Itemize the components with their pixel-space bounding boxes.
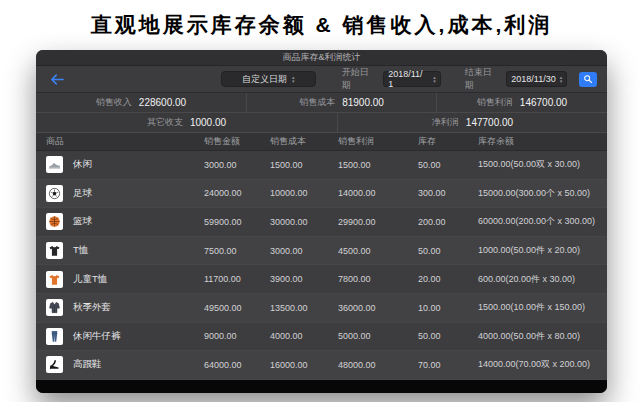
sales-cost-label: 销售成本	[299, 96, 335, 109]
window-titlebar[interactable]: 商品库存&利润统计	[36, 50, 607, 66]
sales-cost-value: 81900.00	[342, 97, 384, 108]
product-cell: 休闲牛仔裤	[36, 328, 204, 345]
product-name: 足球	[73, 187, 92, 200]
window-title: 商品库存&利润统计	[282, 51, 360, 64]
stock-balance-cell: 1000.00(50.00件 x 20.00)	[478, 244, 607, 257]
other-income-summary: 其它收支 1000.00	[36, 113, 338, 132]
product-cell: 休闲	[36, 156, 204, 173]
sales-profit-cell: 1500.00	[338, 160, 418, 170]
stock-cell: 50.00	[418, 246, 478, 256]
net-profit-value: 147700.00	[466, 117, 513, 128]
sales-cost-cell: 30000.00	[270, 217, 338, 227]
product-cell: 秋季外套	[36, 299, 204, 316]
stock-cell: 50.00	[418, 331, 478, 341]
product-name: 秋季外套	[73, 301, 111, 314]
stock-cell: 20.00	[418, 274, 478, 284]
sales-profit-cell: 36000.00	[338, 303, 418, 313]
sales-cost-cell: 16000.00	[270, 360, 338, 370]
product-name: 休闲	[73, 158, 92, 171]
end-date-label: 结束日期	[465, 66, 500, 92]
page-title: 直观地展示库存余额 & 销售收入,成本,利润	[0, 0, 643, 39]
date-preset-dropdown[interactable]: 自定义日期 ▴▾	[221, 71, 316, 87]
table-body: 休闲3000.001500.001500.0050.001500.00(50.0…	[36, 151, 607, 380]
stock-cell: 200.00	[418, 217, 478, 227]
product-name: 儿童T恤	[73, 273, 107, 286]
sales-amount-cell: 9000.00	[204, 331, 270, 341]
sales-income-value: 228600.00	[139, 97, 186, 108]
sales-amount-cell: 3000.00	[204, 160, 270, 170]
summary-row-1: 销售收入 228600.00 销售成本 81900.00 销售利润 146700…	[36, 93, 607, 113]
sneaker-icon	[46, 156, 63, 173]
sales-cost-cell: 3000.00	[270, 246, 338, 256]
stock-cell: 10.00	[418, 303, 478, 313]
end-date-value: 2018/11/30	[511, 74, 555, 84]
basketball-icon	[46, 213, 63, 230]
soccer-ball-icon	[46, 185, 63, 202]
sales-cost-cell: 3900.00	[270, 274, 338, 284]
app-window: 商品库存&利润统计 自定义日期 ▴▾ 开始日期 2018/11/ 1 ▴▾ 结束…	[36, 50, 607, 393]
back-button[interactable]	[50, 73, 65, 86]
high-heel-icon	[46, 356, 63, 373]
sales-cost-cell: 1500.00	[270, 160, 338, 170]
summary-panel: 销售收入 228600.00 销售成本 81900.00 销售利润 146700…	[36, 93, 607, 133]
other-income-value: 1000.00	[190, 117, 226, 128]
toolbar: 自定义日期 ▴▾ 开始日期 2018/11/ 1 ▴▾ 结束日期 2018/11…	[36, 66, 607, 93]
product-cell: 高跟鞋	[36, 356, 204, 373]
product-cell: T恤	[36, 242, 204, 259]
stock-balance-cell: 60000.00(200.00个 x 300.00)	[478, 215, 607, 228]
table-row[interactable]: 休闲牛仔裤9000.004000.005000.0050.004000.00(5…	[36, 323, 607, 352]
table-row[interactable]: 儿童T恤11700.003900.007800.0020.00600.00(20…	[36, 265, 607, 294]
sales-profit-label: 销售利润	[477, 96, 513, 109]
sales-profit-cell: 7800.00	[338, 274, 418, 284]
header-stock-balance: 库存余额	[478, 135, 607, 148]
product-name: 休闲牛仔裤	[73, 330, 121, 343]
sales-income-label: 销售收入	[96, 96, 132, 109]
sales-cost-summary: 销售成本 81900.00	[247, 93, 437, 112]
header-sales-cost: 销售成本	[270, 135, 338, 148]
sales-profit-cell: 29900.00	[338, 217, 418, 227]
search-icon	[583, 74, 593, 84]
date-stepper-icon[interactable]: ▴▾	[560, 75, 563, 83]
stock-balance-cell: 1500.00(10.00件 x 150.00)	[478, 301, 607, 314]
table-row[interactable]: 足球24000.0010000.0014000.00300.0015000.00…	[36, 180, 607, 209]
sales-profit-cell: 14000.00	[338, 188, 418, 198]
sales-amount-cell: 49500.00	[204, 303, 270, 313]
sales-profit-value: 146700.00	[520, 97, 567, 108]
header-sales-amount: 销售金额	[204, 135, 270, 148]
jeans-icon	[46, 328, 63, 345]
table-row[interactable]: 高跟鞋64000.0016000.0048000.0070.0014000.00…	[36, 351, 607, 380]
header-product: 商品	[36, 135, 204, 148]
product-cell: 足球	[36, 185, 204, 202]
back-arrow-icon	[50, 73, 65, 86]
date-stepper-icon[interactable]: ▴▾	[433, 75, 436, 83]
stock-balance-cell: 600.00(20.00件 x 30.00)	[478, 273, 607, 286]
stock-cell: 50.00	[418, 160, 478, 170]
stock-cell: 70.00	[418, 360, 478, 370]
sales-profit-summary: 销售利润 146700.00	[437, 93, 607, 112]
sales-profit-cell: 4500.00	[338, 246, 418, 256]
table-row[interactable]: 秋季外套49500.0013500.0036000.0010.001500.00…	[36, 294, 607, 323]
header-sales-profit: 销售利润	[338, 135, 418, 148]
stock-balance-cell: 15000.00(300.00个 x 50.00)	[478, 187, 607, 200]
stock-cell: 300.00	[418, 188, 478, 198]
sales-profit-cell: 48000.00	[338, 360, 418, 370]
sales-amount-cell: 64000.00	[204, 360, 270, 370]
product-name: 篮球	[73, 215, 92, 228]
sales-amount-cell: 24000.00	[204, 188, 270, 198]
start-date-input[interactable]: 2018/11/ 1 ▴▾	[383, 71, 441, 87]
start-date-label: 开始日期	[342, 66, 377, 92]
table-row[interactable]: T恤7500.003000.004500.0050.001000.00(50.0…	[36, 237, 607, 266]
stock-balance-cell: 4000.00(50.00件 x 80.00)	[478, 330, 607, 343]
sales-income-summary: 销售收入 228600.00	[36, 93, 247, 112]
table-row[interactable]: 休闲3000.001500.001500.0050.001500.00(50.0…	[36, 151, 607, 180]
table-row[interactable]: 篮球59900.0030000.0029900.00200.0060000.00…	[36, 208, 607, 237]
sales-amount-cell: 7500.00	[204, 246, 270, 256]
header-stock: 库存	[418, 135, 478, 148]
stock-balance-cell: 1500.00(50.00双 x 30.00)	[478, 158, 607, 171]
product-name: T恤	[73, 244, 88, 257]
tshirt-black-icon	[46, 242, 63, 259]
end-date-input[interactable]: 2018/11/30 ▴▾	[506, 71, 567, 87]
search-button[interactable]	[579, 72, 597, 87]
jacket-icon	[46, 299, 63, 316]
table-header: 商品 销售金额 销售成本 销售利润 库存 库存余额	[36, 133, 607, 151]
